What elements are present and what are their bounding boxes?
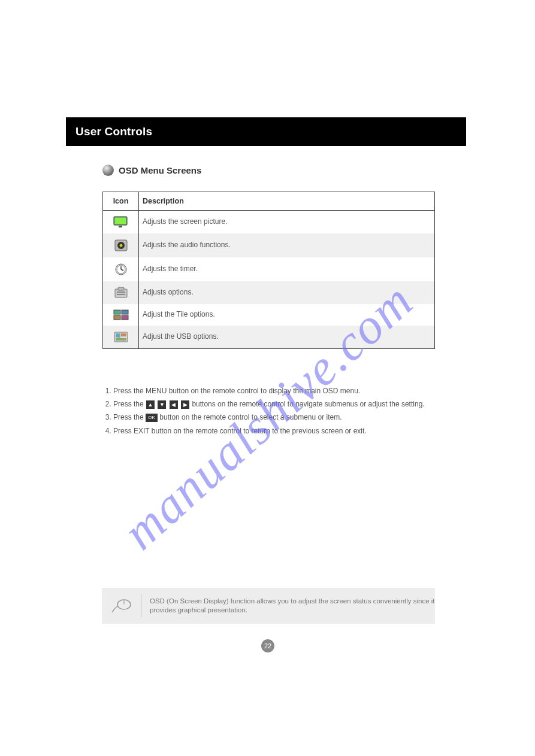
audio-icon xyxy=(114,239,128,252)
icon-cell xyxy=(103,233,139,257)
arrow-up-icon: ▲ xyxy=(146,400,155,409)
arrow-down-icon: ▼ xyxy=(158,400,166,409)
ok-button-icon: OK xyxy=(146,414,158,422)
option-icon xyxy=(114,287,128,299)
svg-rect-16 xyxy=(114,315,120,320)
icon-cell xyxy=(103,326,139,349)
col-header-icon: Icon xyxy=(103,192,139,211)
tile-icon xyxy=(113,309,129,320)
svg-rect-17 xyxy=(122,315,128,320)
table-row: Adjusts options. xyxy=(103,281,435,304)
instructions-block: Press the MENU button on the remote cont… xyxy=(102,386,438,439)
picture-icon xyxy=(113,216,129,228)
section-header: User Controls xyxy=(66,117,466,146)
step-4: Press EXIT button on the remote control … xyxy=(113,426,438,436)
note-text: OSD (On Screen Display) function allows … xyxy=(141,597,435,615)
table-row: Adjusts the screen picture. xyxy=(103,211,435,234)
table-row: Adjusts the audio functions. xyxy=(103,233,435,257)
svg-rect-21 xyxy=(116,338,126,341)
table-row: Adjust the Tile options. xyxy=(103,304,435,326)
svg-point-5 xyxy=(119,244,122,247)
arrow-left-icon: ◀ xyxy=(170,400,178,409)
svg-rect-2 xyxy=(119,226,122,227)
row-description: Adjusts the timer. xyxy=(139,257,435,281)
svg-rect-15 xyxy=(122,310,128,314)
step-2: Press the ▲ ▼ ◀ ▶ buttons on the remote … xyxy=(113,399,438,409)
table-row: Adjusts the timer. xyxy=(103,257,435,281)
svg-rect-12 xyxy=(117,292,125,293)
timer-icon xyxy=(114,263,128,276)
col-header-description: Description xyxy=(139,192,435,211)
step-3: Press the OK button on the remote contro… xyxy=(113,412,438,422)
row-description: Adjusts the screen picture. xyxy=(139,211,435,234)
mouse-icon xyxy=(111,597,132,614)
svg-rect-11 xyxy=(118,287,124,290)
svg-rect-13 xyxy=(117,294,125,295)
row-description: Adjust the USB options. xyxy=(139,326,435,349)
page-number: 22 xyxy=(261,639,274,652)
icon-cell xyxy=(103,257,139,281)
section-title: OSD Menu Screens xyxy=(119,165,201,175)
section-header-title: User Controls xyxy=(75,125,152,138)
page-number-value: 22 xyxy=(264,642,271,649)
note-box: OSD (On Screen Display) function allows … xyxy=(102,588,435,624)
icon-cell xyxy=(103,211,139,234)
bullet-icon xyxy=(102,165,114,176)
mouse-icon-wrap xyxy=(102,594,141,617)
table-row: Adjust the USB options. xyxy=(103,326,435,349)
arrow-right-icon: ▶ xyxy=(181,400,189,409)
usb-icon xyxy=(113,331,129,343)
svg-rect-19 xyxy=(116,333,120,338)
svg-rect-14 xyxy=(114,310,120,314)
osd-menu-table: Icon Description Adjusts the screen pict… xyxy=(102,192,435,349)
icon-cell xyxy=(103,281,139,304)
row-description: Adjusts options. xyxy=(139,281,435,304)
row-description: Adjust the Tile options. xyxy=(139,304,435,326)
step-1: Press the MENU button on the remote cont… xyxy=(113,386,438,396)
svg-rect-1 xyxy=(115,218,126,224)
row-description: Adjusts the audio functions. xyxy=(139,233,435,257)
icon-cell xyxy=(103,304,139,326)
svg-rect-20 xyxy=(121,333,126,336)
